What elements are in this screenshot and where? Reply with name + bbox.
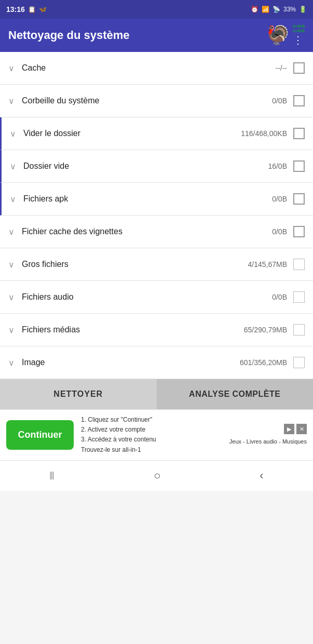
item-label: Fichier cache des vignettes: [22, 227, 272, 236]
item-value: 116/468,00KB: [241, 129, 287, 138]
status-time: 13:16 📋 🦋: [6, 5, 47, 14]
item-checkbox[interactable]: [293, 324, 305, 336]
chevron-icon[interactable]: ∨: [8, 96, 15, 106]
chevron-icon[interactable]: ∨: [10, 194, 16, 204]
continuer-button[interactable]: Continuer: [6, 420, 74, 450]
wifi-icon: 📶: [262, 6, 269, 13]
list-item: ∨ Fichiers apk 0/0B: [0, 183, 313, 216]
item-checkbox[interactable]: [293, 226, 305, 237]
item-value: --/--: [275, 64, 287, 72]
action-buttons: NETTOYER ANALYSE COMPLÈTE: [0, 379, 313, 409]
ad-close-button[interactable]: ✕: [296, 424, 307, 434]
list-item: ∨ Dossier vide 16/0B: [0, 150, 313, 183]
item-value: 0/0B: [272, 293, 287, 301]
nettoyer-button[interactable]: NETTOYER: [0, 379, 157, 409]
item-value: 16/0B: [268, 162, 287, 170]
item-value: 0/0B: [272, 195, 287, 203]
ad-pause-button[interactable]: ▶: [284, 424, 294, 434]
item-label: Fichiers audio: [22, 292, 272, 302]
item-checkbox[interactable]: [293, 291, 305, 303]
item-label: Gros fichiers: [22, 260, 248, 269]
item-checkbox[interactable]: [293, 160, 305, 172]
signal-icon: 📡: [273, 6, 280, 13]
nav-bar: ⫴ ○ ‹: [0, 460, 313, 491]
corner-data-badge: D:0KBU:0KB: [293, 24, 305, 34]
header-actions: 🦃 D:0KBU:0KB ⋮: [266, 24, 305, 46]
item-checkbox[interactable]: [293, 62, 305, 74]
page-title: Nettoyage du système: [8, 29, 130, 42]
nav-home-button[interactable]: ○: [154, 469, 160, 482]
list-item: ∨ Vider le dossier 116/468,00KB: [0, 117, 313, 150]
item-label: Vider le dossier: [23, 129, 241, 138]
chevron-icon[interactable]: ∨: [8, 325, 15, 335]
nav-menu-button[interactable]: ⫴: [49, 469, 55, 482]
chevron-icon[interactable]: ∨: [8, 260, 15, 270]
notification-icon: 🦋: [39, 6, 47, 13]
status-bar: 13:16 📋 🦋 ⏰ 📶 📡 33% 🔋: [0, 0, 313, 19]
item-value: 65/290,79MB: [244, 326, 287, 334]
status-icons: ⏰ 📶 📡 33% 🔋: [251, 6, 307, 13]
battery-text: 33%: [283, 6, 296, 13]
item-label: Image: [22, 358, 240, 367]
item-value: 601/356,20MB: [240, 358, 287, 367]
header: Nettoyage du système 🦃 D:0KBU:0KB ⋮: [0, 19, 313, 52]
list-item: ∨ Fichier cache des vignettes 0/0B: [0, 216, 313, 248]
list-item: ∨ Corbeille du système 0/0B: [0, 85, 313, 117]
chevron-icon[interactable]: ∨: [8, 292, 15, 302]
item-label: Dossier vide: [23, 162, 268, 171]
item-label: Cache: [22, 63, 275, 73]
list-item: ∨ Cache --/--: [0, 52, 313, 85]
ad-right-text: Jeux - Livres audio - Musiques: [229, 437, 307, 446]
list-item: ∨ Image 601/356,20MB: [0, 346, 313, 379]
file-list: ∨ Cache --/-- ∨ Corbeille du système 0/0…: [0, 52, 313, 379]
item-label: Corbeille du système: [22, 96, 272, 105]
chevron-icon[interactable]: ∨: [8, 63, 15, 73]
item-checkbox[interactable]: [293, 128, 305, 139]
chevron-icon[interactable]: ∨: [10, 162, 16, 171]
sim-icon: 📋: [28, 6, 36, 13]
list-item: ∨ Gros fichiers 4/145,67MB: [0, 248, 313, 281]
ad-controls: ▶ ✕ Jeux - Livres audio - Musiques: [229, 424, 307, 446]
chevron-icon[interactable]: ∨: [8, 227, 15, 237]
turkey-icon: 🦃: [266, 24, 290, 46]
item-checkbox[interactable]: [293, 259, 305, 270]
list-item: ∨ Fichiers audio 0/0B: [0, 281, 313, 314]
ad-banner: Continuer 1. Cliquez sur "Continuer" 2. …: [0, 409, 313, 460]
nav-back-button[interactable]: ‹: [260, 469, 263, 482]
ad-content: 1. Cliquez sur "Continuer" 2. Activez vo…: [81, 415, 229, 455]
item-label: Fichiers apk: [23, 194, 272, 204]
analyse-complete-button[interactable]: ANALYSE COMPLÈTE: [157, 379, 314, 409]
item-value: 4/145,67MB: [248, 260, 288, 269]
chevron-icon[interactable]: ∨: [10, 129, 16, 139]
alarm-icon: ⏰: [251, 6, 258, 13]
item-label: Fichiers médias: [22, 325, 244, 334]
item-checkbox[interactable]: [293, 193, 305, 205]
menu-button[interactable]: ⋮: [293, 34, 303, 46]
chevron-icon[interactable]: ∨: [8, 358, 15, 368]
item-checkbox[interactable]: [293, 95, 305, 106]
item-checkbox[interactable]: [293, 357, 305, 368]
item-value: 0/0B: [272, 97, 287, 105]
battery-icon: 🔋: [299, 6, 307, 13]
list-item: ∨ Fichiers médias 65/290,79MB: [0, 314, 313, 346]
ad-text: 1. Cliquez sur "Continuer" 2. Activez vo…: [81, 415, 229, 455]
item-value: 0/0B: [272, 227, 287, 236]
